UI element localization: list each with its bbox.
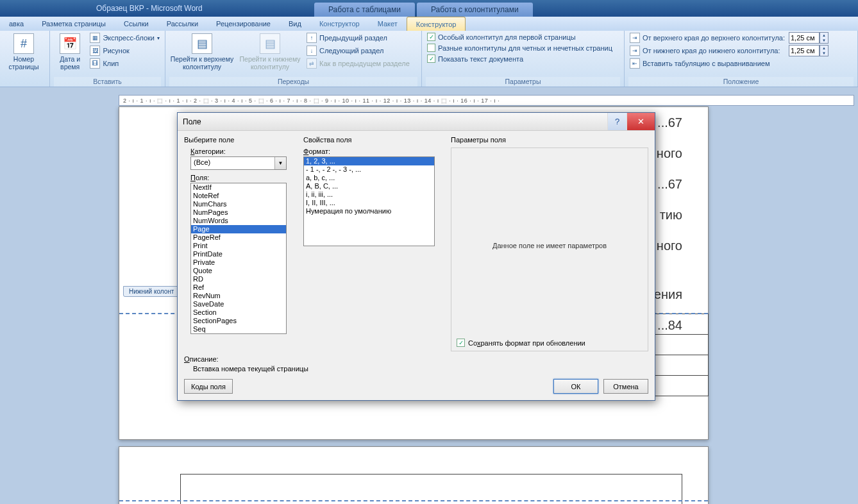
format-item[interactable]: Нумерация по умолчанию <box>304 207 434 215</box>
tab-insert-partial[interactable]: авка <box>0 17 33 31</box>
picture-button[interactable]: 🖼Рисунок <box>88 45 161 56</box>
link-prev-label: Как в предыдущем разделе <box>319 60 410 67</box>
document-page-2[interactable] <box>119 446 709 504</box>
description-label: Описание: <box>184 355 648 363</box>
date-time-button[interactable]: 📅 Дата и время <box>54 32 86 71</box>
clip-icon: 🎞 <box>90 58 100 69</box>
blocks-icon: ▦ <box>90 33 100 43</box>
description-area: Описание: Вставка номера текущей страниц… <box>178 351 655 379</box>
cancel-button[interactable]: Отмена <box>603 379 648 394</box>
format-item[interactable]: a, b, c, ... <box>304 174 434 182</box>
footer-bottom-input[interactable] <box>789 45 820 56</box>
format-item[interactable]: 1, 2, 3, ... <box>304 157 434 165</box>
fields-listbox[interactable]: NextIfNoteRefNumCharsNumPagesNumWordsPag… <box>190 183 287 334</box>
field-item[interactable]: Private <box>191 258 286 267</box>
field-item[interactable]: NumChars <box>191 200 286 208</box>
show-doc-label: Показать текст документа <box>438 55 523 63</box>
ruler-icon: ⇥ <box>630 33 640 43</box>
field-codes-button[interactable]: Коды поля <box>184 379 233 394</box>
field-item[interactable]: PageRef <box>191 233 286 242</box>
dropdown-arrow-icon[interactable]: ▼ <box>274 157 286 169</box>
next-section-button[interactable]: ↓Следующий раздел <box>305 45 411 56</box>
tab-table-design[interactable]: Конструктор <box>310 17 369 31</box>
clip-button[interactable]: 🎞Клип <box>88 58 161 69</box>
format-item[interactable]: - 1 -, - 2 -, - 3 -, ... <box>304 165 434 174</box>
tab-icon: ⇤ <box>630 58 640 69</box>
header-top-spinner[interactable]: ▲▼ <box>789 32 829 44</box>
prev-icon: ↑ <box>307 33 317 43</box>
express-blocks-button[interactable]: ▦Экспресс-блоки▾ <box>88 32 161 44</box>
field-item[interactable]: SaveDate <box>191 300 286 308</box>
tab-references[interactable]: Ссылки <box>115 17 158 31</box>
goto-footer-button: ▤ Перейти к нижнему колонтитулу <box>237 32 303 71</box>
odd-even-checkbox[interactable]: Разные колонтитулы для четных и нечетных… <box>426 43 614 53</box>
help-button[interactable]: ? <box>607 113 627 130</box>
up-arrow-icon[interactable]: ▲ <box>820 33 828 38</box>
clip-label: Клип <box>103 60 119 67</box>
format-item[interactable]: A, B, C, ... <box>304 182 434 190</box>
tab-header-design[interactable]: Конструктор <box>407 17 466 31</box>
field-dialog: Поле ? ✕ Выберите поле Категории: (Все) … <box>177 112 655 401</box>
date-time-label: Дата и время <box>54 55 86 71</box>
header-top-input[interactable] <box>789 32 820 44</box>
from-top-label: От верхнего края до верхнего колонтитула… <box>643 34 785 42</box>
formats-listbox[interactable]: 1, 2, 3, ...- 1 -, - 2 -, - 3 -, ...a, b… <box>303 156 435 246</box>
field-item[interactable]: NumPages <box>191 208 286 217</box>
field-options-column: Параметры поля Данное поле не имеет пара… <box>451 136 648 351</box>
doc-table <box>180 474 682 504</box>
close-button[interactable]: ✕ <box>627 113 655 130</box>
preserve-format-checkbox[interactable]: ✓ Сохранять формат при обновлении <box>457 339 643 347</box>
format-item[interactable]: i, ii, iii, ... <box>304 190 434 199</box>
header-boundary <box>119 500 708 501</box>
show-doc-checkbox[interactable]: ✓Показать текст документа <box>426 54 614 63</box>
down-arrow-icon[interactable]: ▼ <box>820 38 828 43</box>
down-arrow-icon[interactable]: ▼ <box>820 51 828 56</box>
up-arrow-icon[interactable]: ▲ <box>820 46 828 51</box>
footer-bottom-spinner[interactable]: ▲▼ <box>789 45 829 56</box>
from-bottom-label: От нижнего края до нижнего колонтитула: <box>643 47 780 55</box>
insert-tab-label: Вставить табуляцию с выравниванием <box>643 60 770 67</box>
tab-table-layout[interactable]: Макет <box>369 17 407 31</box>
field-item[interactable]: Print <box>191 242 286 250</box>
field-item[interactable]: Quote <box>191 267 286 275</box>
title-bar: Образец ВКР - Microsoft Word Работа с та… <box>0 0 858 17</box>
field-item[interactable]: NextIf <box>191 183 286 192</box>
col3-header: Параметры поля <box>451 136 648 144</box>
tab-view[interactable]: Вид <box>280 17 310 31</box>
categories-value: (Все) <box>191 157 274 169</box>
first-page-checkbox[interactable]: ✓Особый колонтитул для первой страницы <box>426 32 614 42</box>
prev-section-label: Предыдущий раздел <box>319 34 387 42</box>
field-item[interactable]: Seq <box>191 325 286 333</box>
tab-mailings[interactable]: Рассылки <box>158 17 207 31</box>
prev-section-button[interactable]: ↑Предыдущий раздел <box>305 32 411 44</box>
calendar-icon: 📅 <box>60 33 80 54</box>
field-item[interactable]: Section <box>191 308 286 317</box>
field-item[interactable]: Ref <box>191 283 286 292</box>
format-item[interactable]: I, II, III, ... <box>304 199 434 207</box>
dialog-footer: Коды поля ОК Отмена <box>178 379 655 400</box>
field-item[interactable]: RevNum <box>191 292 286 300</box>
ok-button[interactable]: ОК <box>553 379 598 394</box>
tab-page-layout[interactable]: Разметка страницы <box>33 17 115 31</box>
page-number-button[interactable]: # Номер страницы <box>4 32 44 71</box>
no-params-text: Данное поле не имеет параметров <box>457 152 643 339</box>
tab-review[interactable]: Рецензирование <box>207 17 280 31</box>
footer-from-bottom-row: ⇥От нижнего края до нижнего колонтитула: <box>628 45 786 56</box>
goto-header-button[interactable]: ▤ Перейти к верхнему колонтитулу <box>169 32 235 71</box>
preserve-label: Сохранять формат при обновлении <box>468 339 585 347</box>
categories-combo[interactable]: (Все) ▼ <box>190 156 287 170</box>
insert-align-tab-button[interactable]: ⇤Вставить табуляцию с выравниванием <box>628 58 786 69</box>
field-item[interactable]: Page <box>191 225 286 233</box>
field-item[interactable]: NumWords <box>191 217 286 225</box>
field-item[interactable]: NoteRef <box>191 192 286 200</box>
fields-label: Поля: <box>190 174 303 181</box>
horizontal-ruler[interactable]: 2 · ı · 1 · ı · ⬚ · ı · 1 · ı · 2 · ⬚ · … <box>119 95 854 106</box>
link-icon: ⇄ <box>307 58 317 69</box>
dialog-titlebar[interactable]: Поле ? ✕ <box>178 113 655 131</box>
link-prev-button: ⇄Как в предыдущем разделе <box>305 58 411 69</box>
field-item[interactable]: RD <box>191 275 286 283</box>
field-item[interactable]: SectionPages <box>191 317 286 325</box>
footer-icon: ▤ <box>260 33 280 54</box>
uncheck-icon <box>427 44 435 52</box>
field-item[interactable]: PrintDate <box>191 250 286 258</box>
